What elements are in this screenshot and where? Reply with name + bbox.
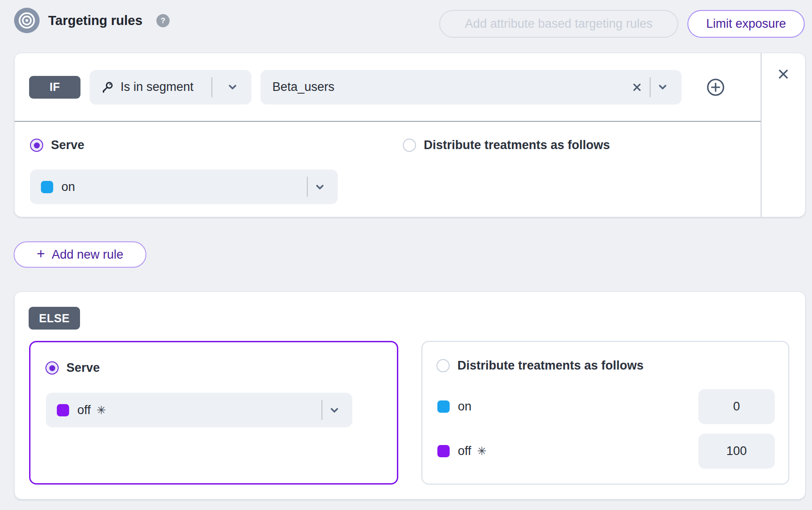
add-attribute-rules-button[interactable]: Add attribute based targeting rules	[439, 10, 678, 38]
chevron-down-icon[interactable]	[652, 77, 672, 97]
serve-radio[interactable]: Serve	[30, 138, 403, 152]
default-rule-card: ELSE Serve off ✳	[14, 291, 806, 500]
divider	[211, 77, 212, 97]
distribute-radio[interactable]: Distribute treatments as follows	[436, 359, 644, 373]
radio-unselected-icon	[403, 139, 416, 152]
rule-card-main: IF Is in segment	[15, 53, 761, 217]
radio-selected-icon	[30, 139, 43, 152]
distribute-label: Distribute treatments as follows	[424, 138, 610, 152]
treatment-swatch-off	[437, 445, 450, 457]
add-new-rule-button[interactable]: + Add new rule	[14, 241, 146, 268]
matcher-dropdown[interactable]: Is in segment	[90, 70, 251, 105]
bullseye-icon	[14, 8, 40, 33]
treatment-name: off	[458, 444, 471, 458]
distribute-radio[interactable]: Distribute treatments as follows	[403, 138, 610, 152]
targeting-rules-screen: Targeting rules ? Add attribute based ta…	[0, 0, 812, 510]
distribute-label: Distribute treatments as follows	[457, 359, 644, 373]
default-treatment-icon: ✳	[97, 404, 106, 417]
else-badge: ELSE	[29, 307, 80, 330]
treatment-swatch-off	[57, 404, 69, 416]
key-icon	[100, 80, 114, 94]
default-treatment-icon: ✳	[477, 445, 487, 458]
chevron-down-icon	[310, 177, 330, 197]
distribute-panel: Distribute treatments as follows on 0 of…	[421, 341, 789, 485]
treatment-dropdown[interactable]: off ✳	[46, 393, 352, 427]
serve-panel-selected: Serve off ✳	[29, 341, 398, 485]
if-badge: IF	[29, 76, 80, 99]
plus-icon: +	[37, 246, 45, 262]
rule-serve-section: Serve Distribute treatments as follows o…	[15, 121, 761, 204]
distribution-row-off: off ✳ 100	[437, 434, 775, 469]
treatment-swatch-on	[41, 181, 53, 193]
remove-rule-button[interactable]	[773, 64, 793, 84]
treatment-dropdown[interactable]: on	[30, 170, 338, 204]
percentage-input-on[interactable]: 0	[698, 389, 775, 424]
treatment-name: on	[458, 400, 471, 414]
percentage-input-off[interactable]: 100	[698, 434, 775, 469]
clear-icon[interactable]	[627, 77, 647, 97]
help-icon[interactable]: ?	[156, 14, 170, 27]
rule-card-side-strip	[761, 53, 805, 217]
serve-label: Serve	[66, 361, 100, 375]
page-title: Targeting rules	[48, 13, 142, 28]
radio-selected-icon	[45, 361, 59, 375]
serve-radio[interactable]: Serve	[45, 361, 100, 375]
serve-label: Serve	[51, 138, 85, 152]
treatment-name: on	[61, 180, 75, 194]
divider	[321, 400, 322, 420]
treatment-swatch-on	[437, 400, 450, 413]
segment-value[interactable]: Beta_users	[272, 80, 627, 94]
limit-exposure-button[interactable]: Limit exposure	[687, 10, 805, 38]
add-new-rule-label: Add new rule	[52, 248, 124, 262]
segment-select-input[interactable]: Beta_users	[261, 70, 682, 105]
matcher-label: Is in segment	[120, 80, 194, 94]
divider	[650, 77, 651, 97]
distribution-row-on: on 0	[437, 389, 775, 424]
radio-unselected-icon	[436, 359, 450, 372]
targeting-rule-card: IF Is in segment	[14, 53, 806, 217]
chevron-down-icon	[324, 400, 344, 420]
treatment-name: off	[77, 403, 91, 417]
divider	[307, 177, 308, 197]
rule-condition-row: IF Is in segment	[15, 53, 761, 121]
chevron-down-icon[interactable]	[222, 77, 242, 97]
add-condition-button[interactable]	[705, 77, 726, 98]
